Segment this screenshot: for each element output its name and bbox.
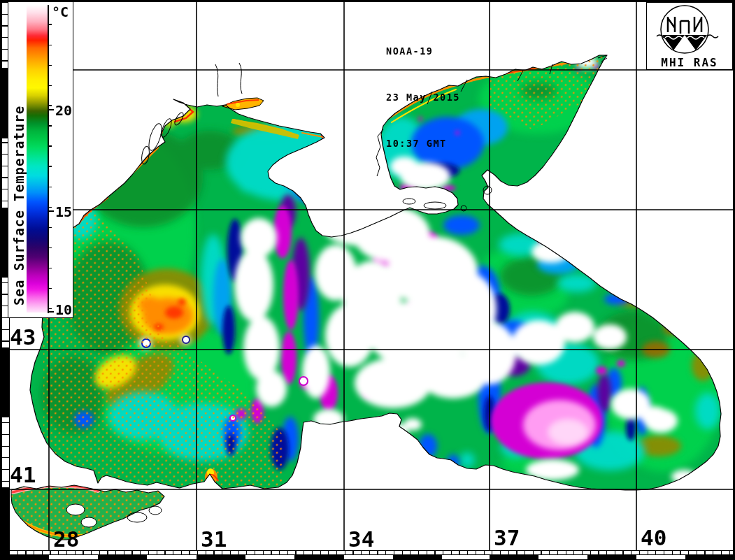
longitude-label-34: 34 bbox=[348, 529, 374, 550]
legend-major-tick-20 bbox=[48, 109, 54, 110]
pale-pink-cold-core bbox=[523, 400, 596, 450]
logo-glyph-letters bbox=[668, 17, 701, 34]
legend-colorbar bbox=[27, 5, 48, 313]
longitude-label-31: 31 bbox=[201, 529, 227, 550]
legend-unit-label: °C bbox=[52, 3, 69, 20]
frame-border-top bbox=[0, 0, 735, 2]
legend-major-tick-15 bbox=[48, 210, 54, 212]
sst-image-viewport: 43 41 28 31 34 37 40 Sea Surface Tempera… bbox=[0, 0, 735, 560]
longitude-label-37: 37 bbox=[494, 527, 520, 549]
institute-name: MHI RAS bbox=[647, 56, 732, 69]
legend-major-tick-10 bbox=[48, 311, 54, 313]
legend-tick-label-20: 20 bbox=[55, 103, 72, 117]
longitude-label-28: 28 bbox=[53, 529, 79, 550]
dnieper-estuary bbox=[222, 98, 264, 110]
acquisition-date: 23 May 2015 bbox=[386, 89, 460, 105]
legend-minor-ticks bbox=[48, 5, 52, 313]
acquisition-time: 10:37 GMT bbox=[386, 136, 460, 151]
sea-temperature-field bbox=[30, 53, 722, 490]
latitude-label-43: 43 bbox=[10, 326, 36, 348]
temperature-legend: Sea Surface Temperature 20 15 10 °C bbox=[8, 1, 73, 318]
legend-tick-label-10: 10 bbox=[55, 303, 72, 317]
logo-glyph-waves bbox=[657, 35, 718, 50]
sst-map bbox=[0, 0, 735, 560]
longitude-label-40: 40 bbox=[641, 527, 666, 549]
marmara-sea bbox=[11, 485, 164, 540]
institute-logo-box: MHI RAS bbox=[646, 2, 733, 70]
satellite-name: NOAA-19 bbox=[386, 43, 460, 59]
legend-title: Sea Surface Temperature bbox=[11, 12, 27, 306]
frame-border-left bbox=[0, 0, 2, 560]
legend-tick-label-15: 15 bbox=[55, 205, 72, 219]
latitude-label-41: 41 bbox=[10, 464, 36, 486]
image-annotation: NOAA-19 23 May 2015 10:37 GMT bbox=[386, 13, 460, 182]
